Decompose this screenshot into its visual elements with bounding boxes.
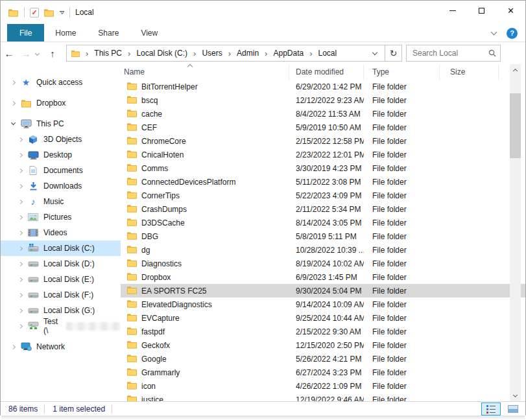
file-row[interactable]: icon 4/26/2022 1:09 PM File folder — [121, 379, 525, 393]
maximize-button[interactable] — [467, 1, 496, 20]
tree-chevron-icon[interactable] — [17, 278, 23, 281]
file-row[interactable]: Comms 3/30/2019 4:23 PM File folder — [121, 161, 525, 175]
sidebar-item-pictures[interactable]: Pictures — [1, 209, 121, 225]
file-row[interactable]: CnicalHoten 2/23/2022 12:01 PM File fold… — [121, 148, 525, 161]
minimize-button[interactable] — [438, 1, 467, 20]
address-bar[interactable]: ›This PC›Local Disk (C:)›Users›Admin›App… — [66, 45, 402, 62]
search-box[interactable] — [406, 45, 501, 62]
tree-chevron-icon[interactable] — [17, 231, 23, 235]
sidebar-item-documents[interactable]: Documents — [1, 163, 121, 178]
tree-chevron-icon[interactable] — [17, 325, 23, 328]
file-row[interactable]: justice 12/19/2022 9:46 AM File folder — [121, 393, 525, 401]
file-row[interactable]: CrashDumps 2/11/2022 5:34 PM File folder — [121, 202, 525, 216]
title-bar[interactable]: ✓ Local ✕ — [1, 1, 525, 24]
file-row[interactable]: BitTorrentHelper 6/29/2020 1:42 PM File … — [121, 80, 525, 93]
customize-toolbar-dropdown-icon[interactable] — [60, 11, 64, 14]
address-dropdown-icon[interactable] — [372, 50, 377, 55]
sidebar-item-local-disk-d[interactable]: Local Disk (D:) — [1, 256, 121, 272]
sidebar-item-dropbox[interactable]: Dropbox — [1, 95, 121, 111]
sidebar-item-3d-objects[interactable]: 3D Objects — [1, 132, 121, 147]
tree-chevron-icon[interactable] — [10, 123, 16, 124]
scrollbar-thumb[interactable] — [510, 93, 521, 158]
expand-ribbon-icon[interactable] — [491, 29, 497, 36]
sidebar-item-local-disk-e[interactable]: Local Disk (E:) — [1, 272, 121, 287]
file-row[interactable]: D3DSCache 8/14/2024 3:05 PM File folder — [121, 216, 525, 229]
search-icon[interactable] — [488, 49, 496, 57]
recent-locations-icon[interactable] — [35, 51, 40, 55]
tree-chevron-icon[interactable] — [10, 345, 16, 349]
file-name: Dropbox — [141, 273, 171, 282]
back-button[interactable]: ← — [1, 48, 18, 59]
sidebar-item-videos[interactable]: Videos — [1, 225, 121, 240]
tab-file[interactable]: File — [7, 24, 44, 41]
file-row[interactable]: EA SPORTS FC25 9/30/2024 5:04 PM File fo… — [121, 284, 525, 298]
tree-chevron-icon[interactable] — [17, 247, 23, 250]
breadcrumb-item[interactable]: Local — [317, 49, 339, 58]
tree-chevron-icon[interactable] — [17, 294, 23, 297]
file-row[interactable]: dg 10/28/2022 10:39 ... File folder — [121, 243, 525, 257]
sidebar-item-local-disk-f[interactable]: Local Disk (F:) — [1, 287, 121, 303]
sidebar-item-music[interactable]: ♪ Music — [1, 194, 121, 209]
sidebar-item-quick-access[interactable]: ★ Quick access — [1, 75, 121, 90]
scroll-up-button[interactable] — [510, 64, 521, 75]
tree-chevron-icon[interactable] — [17, 200, 23, 204]
tree-chevron-icon[interactable] — [17, 169, 23, 172]
file-row[interactable]: bscq 12/12/2022 9:23 AM File folder — [121, 93, 525, 107]
file-row[interactable]: Grammarly 6/27/2024 3:23 PM File folder — [121, 366, 525, 379]
breadcrumb-item[interactable]: Admin — [235, 49, 260, 58]
refresh-icon[interactable]: ↻ — [385, 45, 401, 61]
breadcrumb-item[interactable]: This PC — [93, 49, 123, 58]
file-row[interactable]: DBG 5/8/2019 5:11 PM File folder — [121, 229, 525, 243]
sidebar-item-this-pc[interactable]: This PC — [1, 116, 121, 132]
sidebar-item-test[interactable]: Test (\ — [1, 318, 121, 334]
column-header-size[interactable]: Size — [440, 64, 499, 80]
search-input[interactable] — [412, 49, 488, 58]
file-row[interactable]: ElevatedDiagnostics 9/14/2024 10:09 AM F… — [121, 298, 525, 311]
column-header-name[interactable]: Name — [121, 64, 289, 80]
sidebar-item-network[interactable]: Network — [1, 339, 121, 355]
file-row[interactable]: Dropbox 6/9/2023 1:45 PM File folder — [121, 270, 525, 284]
vertical-scrollbar[interactable] — [510, 64, 521, 401]
close-button[interactable]: ✕ — [496, 1, 525, 20]
scroll-down-button[interactable] — [510, 390, 521, 401]
tree-chevron-icon[interactable] — [10, 81, 16, 84]
file-row[interactable]: Diagnostics 8/19/2024 10:02 AM File fold… — [121, 257, 525, 270]
file-row[interactable]: fastpdf 2/15/2022 9:30 AM File folder — [121, 325, 525, 338]
tree-chevron-icon[interactable] — [17, 309, 23, 312]
tree-chevron-icon[interactable] — [17, 185, 23, 188]
help-icon[interactable]: ? — [507, 28, 518, 39]
file-row[interactable]: CEF 5/9/2019 10:50 AM File folder — [121, 121, 525, 134]
new-folder-icon[interactable] — [44, 8, 54, 17]
file-row[interactable]: ChromeCore 2/15/2022 12:58 PM File folde… — [121, 134, 525, 148]
sidebar-item-local-disk-g[interactable]: Local Disk (G:) — [1, 303, 121, 318]
file-date-modified: 2/15/2022 12:58 PM — [289, 137, 364, 146]
details-view-button[interactable] — [481, 402, 501, 415]
sidebar-item-label: Local Disk (E:) — [43, 275, 94, 284]
column-header-type[interactable]: Type — [364, 64, 440, 80]
sidebar-item-desktop[interactable]: Desktop — [1, 147, 121, 163]
file-row[interactable]: CornerTips 5/22/2023 4:09 PM File folder — [121, 189, 525, 202]
tab-view[interactable]: View — [130, 24, 169, 41]
file-row[interactable]: EVCapture 9/25/2024 10:44 AM File folder — [121, 311, 525, 325]
tree-chevron-icon[interactable] — [17, 262, 23, 266]
file-row[interactable]: ConnectedDevicesPlatform 5/11/2022 3:08 … — [121, 175, 525, 189]
forward-button[interactable]: → — [18, 48, 34, 59]
tree-chevron-icon[interactable] — [10, 102, 16, 105]
file-row[interactable]: Geckofx 12/15/2020 2:50 PM File folder — [121, 338, 525, 352]
breadcrumb-item[interactable]: Local Disk (C:) — [135, 49, 189, 58]
properties-check-icon[interactable]: ✓ — [30, 8, 39, 18]
sidebar-item-local-disk-c[interactable]: Local Disk (C:) — [1, 240, 121, 256]
tab-share[interactable]: Share — [87, 24, 130, 41]
breadcrumb-item[interactable]: AppData — [272, 49, 305, 58]
tree-chevron-icon[interactable] — [17, 138, 23, 141]
file-row[interactable]: cache 8/4/2022 11:53 AM File folder — [121, 107, 525, 121]
file-row[interactable]: Google 5/26/2022 4:21 PM File folder — [121, 352, 525, 366]
tree-chevron-icon[interactable] — [17, 154, 23, 157]
up-button[interactable]: ↑ — [44, 48, 61, 59]
sidebar-item-downloads[interactable]: Downloads — [1, 178, 121, 194]
tab-home[interactable]: Home — [44, 24, 87, 41]
breadcrumb-item[interactable]: Users — [200, 49, 223, 58]
tree-chevron-icon[interactable] — [17, 216, 23, 219]
column-header-date-modified[interactable]: Date modified — [289, 64, 364, 80]
large-icons-view-button[interactable] — [503, 402, 523, 415]
